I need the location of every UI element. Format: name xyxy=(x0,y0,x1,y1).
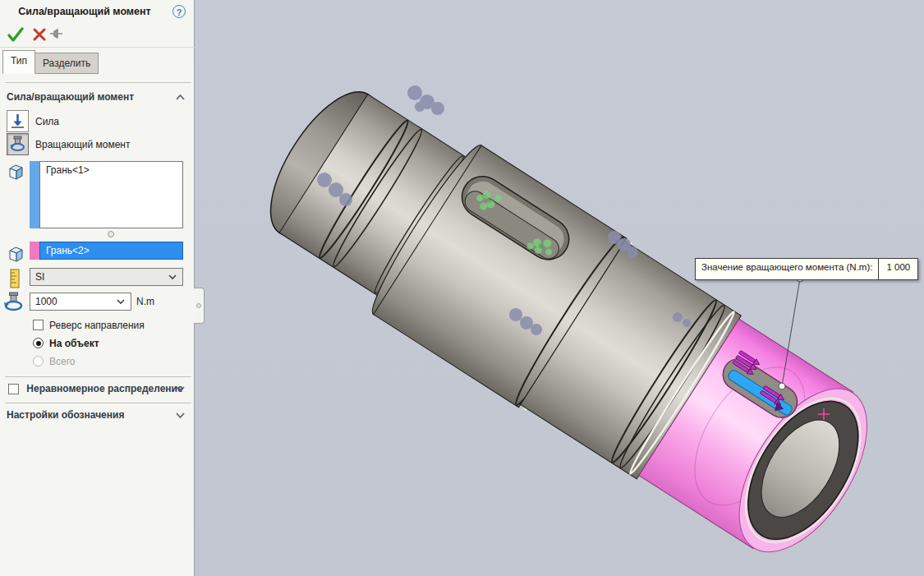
selection-list-secondary[interactable]: Грань<2> xyxy=(39,242,183,260)
section-title: Сила/вращающий момент xyxy=(7,91,134,103)
tab-split[interactable]: Разделить xyxy=(34,53,99,74)
unit-system-select[interactable]: SI xyxy=(30,268,183,286)
x-icon xyxy=(30,25,48,44)
divider xyxy=(5,403,191,403)
callout-label: Значение вращающего момента (N.m): xyxy=(696,259,878,279)
selection-color-bar-pink xyxy=(30,242,39,260)
face-select-icon xyxy=(5,162,26,183)
callout-value[interactable]: 1 000 xyxy=(878,259,917,279)
tab-bar: Тип Разделить xyxy=(2,50,99,74)
section-title: Настройки обозначения xyxy=(7,409,124,421)
section-symbol-settings-header[interactable]: Настройки обозначения xyxy=(7,409,189,421)
shaft-model[interactable] xyxy=(195,0,924,576)
unit-system-value: SI xyxy=(35,271,44,283)
tab-type[interactable]: Тип xyxy=(2,50,35,74)
total-radio[interactable] xyxy=(33,356,44,366)
per-item-radio[interactable] xyxy=(33,338,44,348)
chevron-down-icon xyxy=(168,271,177,283)
force-button[interactable] xyxy=(7,110,29,132)
help-icon[interactable]: ? xyxy=(172,5,186,18)
divider xyxy=(5,82,191,83)
torque-label: Вращающий момент xyxy=(35,139,130,150)
page-title: Сила/вращающий момент xyxy=(0,6,169,17)
list-item-selected[interactable]: Грань<2> xyxy=(46,245,90,256)
force-label: Сила xyxy=(35,116,59,127)
per-item-row: На объект xyxy=(33,338,99,349)
ruler-icon xyxy=(8,269,30,290)
divider xyxy=(0,47,195,48)
nonuniform-checkbox[interactable] xyxy=(8,384,19,394)
shaft-body[interactable] xyxy=(241,61,898,576)
total-row: Всего xyxy=(33,356,75,367)
grip-dot-icon xyxy=(196,303,201,308)
chevron-down-icon xyxy=(175,384,186,395)
per-item-label: На объект xyxy=(49,338,99,349)
divider xyxy=(5,376,191,377)
section-nonuniform-header[interactable]: Неравномерное распределение xyxy=(8,383,189,394)
torque-value-input[interactable]: 1000 xyxy=(30,293,131,311)
total-label: Всего xyxy=(49,356,75,367)
torque-value-icon xyxy=(2,291,24,312)
reverse-direction-label: Реверс направления xyxy=(49,320,145,331)
panel-flyout-handle[interactable] xyxy=(194,288,205,324)
torque-unit-label: N.m xyxy=(136,296,154,307)
property-manager-panel: Сила/вращающий момент ? Тип Разделить xyxy=(0,0,195,576)
chevron-down-icon xyxy=(175,410,186,422)
ok-button[interactable] xyxy=(7,25,25,44)
graphics-viewport[interactable]: Значение вращающего момента (N.m): 1 000 xyxy=(195,0,924,576)
cancel-button[interactable] xyxy=(30,25,48,44)
listbox-resize-grip[interactable] xyxy=(108,231,114,237)
chevron-down-icon[interactable] xyxy=(116,296,126,307)
section-title: Неравномерное распределение xyxy=(26,383,182,394)
selection-list-primary[interactable]: Грань<1> xyxy=(39,161,183,228)
force-icon xyxy=(10,113,25,129)
torque-value: 1000 xyxy=(35,296,57,307)
pin-button[interactable] xyxy=(48,27,67,45)
torque-button[interactable] xyxy=(7,133,29,155)
list-item[interactable]: Грань<1> xyxy=(40,162,182,178)
check-icon xyxy=(7,25,25,44)
chevron-up-icon xyxy=(175,92,186,104)
section-force-torque-header[interactable]: Сила/вращающий момент xyxy=(7,91,189,103)
torque-icon xyxy=(9,136,26,153)
reverse-direction-row: Реверс направления xyxy=(33,320,145,331)
torque-callout: Значение вращающего момента (N.m): 1 000 xyxy=(695,258,918,280)
reverse-direction-checkbox[interactable] xyxy=(33,320,44,330)
solidworks-window: Сила/вращающий момент ? Тип Разделить xyxy=(0,0,924,576)
selection-color-bar-blue xyxy=(30,161,39,228)
face-select-icon xyxy=(5,244,26,265)
pin-icon xyxy=(48,27,65,40)
